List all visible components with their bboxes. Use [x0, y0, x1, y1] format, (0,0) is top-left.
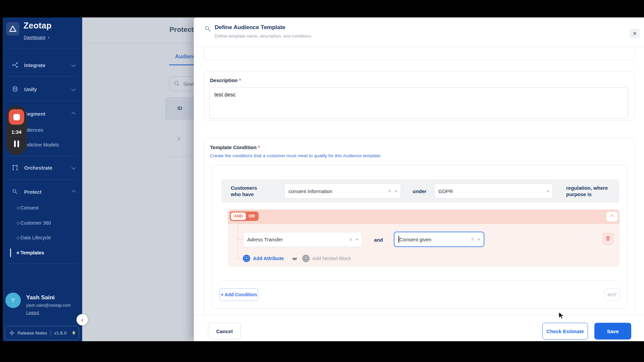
bullet-icon — [17, 252, 19, 254]
rule-right-value: Consent given — [399, 237, 471, 242]
sidebar-item-templates[interactable]: Templates — [20, 250, 44, 255]
or-option[interactable]: OR — [246, 213, 258, 220]
connector-line — [238, 239, 243, 240]
close-button[interactable]: ✕ — [630, 28, 640, 39]
modal-header-divider — [194, 47, 644, 47]
protect-icon — [12, 188, 18, 196]
divider — [7, 101, 78, 101]
bullet-icon — [17, 237, 19, 239]
modal-header: Define Audience Template Define template… — [194, 17, 644, 47]
required-asterisk: * — [258, 144, 260, 150]
app-version: v1.6.0 — [54, 330, 67, 336]
connector-line — [238, 259, 243, 259]
cancel-button[interactable]: Cancel — [208, 323, 241, 340]
sidebar-item-consent[interactable]: Consent — [20, 205, 39, 210]
close-icon: ✕ — [633, 31, 637, 36]
check-estimate-button[interactable]: Check Estimate — [542, 323, 588, 340]
rule-left-select[interactable]: Adress Transfer ✕ ▾ — [243, 232, 362, 247]
chevron-down-icon[interactable] — [71, 87, 76, 91]
regulation-select[interactable]: GDPR ▾ — [434, 183, 553, 199]
text-caret — [398, 236, 399, 243]
modal-title: Define Audience Template — [215, 24, 285, 31]
unify-icon — [12, 86, 18, 94]
active-item-indicator — [10, 248, 11, 257]
clear-icon[interactable]: ✕ — [471, 237, 475, 242]
integrate-icon — [12, 62, 18, 70]
add-attribute-button[interactable]: Add Attribute — [253, 256, 284, 261]
chevron-up-icon[interactable] — [71, 112, 76, 116]
rule-left-value: Adress Transfer — [247, 237, 349, 242]
description-label: Description * — [210, 77, 241, 83]
gavel-icon — [204, 25, 212, 34]
divider — [7, 179, 78, 180]
collapse-block-button[interactable] — [606, 212, 618, 222]
template-condition-label: Template Condition * — [210, 144, 260, 150]
stop-recording-button[interactable] — [9, 109, 24, 125]
sidebar-item-protect[interactable]: Protect — [24, 189, 42, 195]
and-option[interactable]: AND — [231, 213, 246, 220]
sidebar-item-data-lifecycle[interactable]: Data Lifecycle — [20, 235, 51, 240]
and-or-toggle[interactable]: AND OR — [230, 212, 259, 221]
chevron-down-icon[interactable] — [71, 63, 76, 67]
add-nested-block-icon[interactable]: + — [302, 255, 310, 262]
attribute-select-value: consent information — [288, 188, 388, 194]
description-textarea[interactable]: test desc — [209, 87, 628, 119]
logic-block: AND OR Adress Transfer — [228, 209, 620, 267]
define-audience-template-modal: Define Audience Template Define template… — [194, 17, 644, 341]
divider — [7, 76, 78, 77]
or-word: or — [292, 256, 297, 261]
bullet-icon — [17, 222, 19, 225]
zeotap-logo-icon — [6, 22, 19, 36]
dropdown-icon[interactable]: ▾ — [356, 237, 358, 242]
dashboard-link[interactable]: Dashboard — [24, 35, 45, 40]
sidebar-item-integrate[interactable]: Integrate — [24, 62, 45, 68]
sidebar: Zeotap Dashboard › Integrate Unify Segme… — [3, 17, 82, 341]
condition-helper-text: Create the conditions that a customer mu… — [210, 153, 382, 158]
recording-timer: 1:34 — [11, 129, 21, 135]
pause-recording-button[interactable] — [14, 140, 19, 147]
regulation-select-value: GDPR — [438, 188, 547, 194]
divider — [7, 263, 78, 264]
sentence-under: under — [413, 188, 427, 194]
not-button[interactable]: NOT — [604, 288, 620, 301]
sidebar-collapse-button[interactable]: ‹ — [76, 314, 88, 325]
screen-recorder-widget: 1:34 — [6, 106, 27, 155]
chevron-up-icon[interactable] — [71, 190, 76, 194]
condition-sentence-row: Customers who have consent information ✕… — [221, 179, 619, 203]
add-attribute-icon[interactable]: + — [243, 255, 250, 262]
add-condition-button[interactable]: + Add Condition — [219, 288, 258, 301]
collapse-icon: ‹ — [81, 316, 83, 323]
chevron-up-icon — [610, 215, 614, 219]
sidebar-item-orchestrate[interactable]: Orchestrate — [24, 165, 52, 171]
screen: Protect Templates Audience Templates Jou… — [0, 0, 644, 362]
dropdown-icon[interactable]: ▾ — [547, 189, 549, 193]
sidebar-item-customer-360[interactable]: Customer 360 — [20, 220, 51, 226]
modal-subtitle: Define template name, description, and c… — [215, 34, 311, 39]
user-name: Yash Saini — [26, 294, 55, 301]
divider — [7, 156, 78, 157]
sidebar-item-unify[interactable]: Unify — [24, 86, 37, 92]
avatar: Y — [5, 293, 21, 308]
sentence-prefix: Customers who have — [231, 185, 266, 197]
add-nested-block-button[interactable]: Add Nested Block — [312, 256, 351, 261]
chevron-down-icon[interactable] — [71, 165, 76, 170]
mouse-cursor — [558, 312, 566, 322]
sidebar-item-segment[interactable]: Segment — [24, 111, 45, 117]
dropdown-icon[interactable]: ▾ — [395, 189, 397, 193]
delete-rule-button[interactable] — [602, 233, 614, 245]
bullet-icon — [17, 207, 19, 209]
orchestrate-icon — [12, 164, 18, 172]
rule-right-select[interactable]: Consent given ✕ ▾ — [394, 232, 484, 247]
clear-icon[interactable]: ✕ — [349, 237, 353, 242]
logout-link[interactable]: Logout — [26, 310, 39, 315]
clear-icon[interactable]: ✕ — [388, 188, 392, 194]
bell-icon[interactable] — [71, 330, 76, 336]
release-notes-icon — [9, 330, 14, 336]
release-notes-box[interactable]: Release Notes v1.6.0 — [5, 326, 79, 340]
dropdown-icon[interactable]: ▾ — [478, 237, 480, 242]
save-button[interactable]: Save — [594, 323, 631, 340]
logic-band — [228, 209, 620, 224]
required-asterisk: * — [239, 77, 241, 83]
release-notes-label[interactable]: Release Notes — [17, 330, 47, 336]
attribute-select[interactable]: consent information ✕ ▾ — [284, 183, 401, 199]
